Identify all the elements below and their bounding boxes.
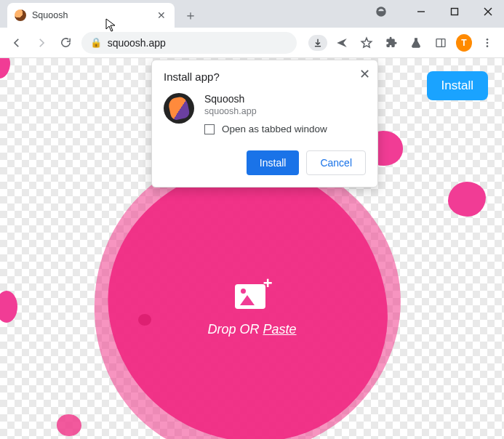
- svg-point-8: [487, 41, 489, 44]
- dialog-title: Install app?: [164, 71, 366, 83]
- drop-zone-label: Drop OR Paste: [207, 322, 296, 337]
- close-tab-icon[interactable]: ✕: [156, 9, 167, 21]
- decorative-blob: [0, 58, 10, 78]
- install-dialog: ✕ Install app? Squoosh squoosh.app Open …: [151, 60, 378, 188]
- new-tab-button[interactable]: ＋: [180, 5, 201, 25]
- lock-icon: 🔒: [90, 37, 102, 48]
- browser-tab[interactable]: Squoosh ✕: [7, 3, 175, 28]
- window-controls: [375, 3, 498, 20]
- checkbox-icon[interactable]: [204, 124, 215, 134]
- dialog-install-button[interactable]: Install: [247, 150, 300, 175]
- url-text: squoosh.app: [108, 37, 166, 49]
- svg-rect-5: [436, 39, 445, 47]
- bookmark-icon[interactable]: [357, 33, 376, 53]
- install-app-icon[interactable]: [308, 35, 327, 51]
- forward-button: [32, 33, 51, 53]
- dialog-close-icon[interactable]: ✕: [359, 66, 370, 82]
- svg-point-0: [376, 7, 386, 17]
- app-name: Squoosh: [204, 93, 327, 105]
- reload-button[interactable]: [57, 33, 76, 53]
- send-icon[interactable]: [333, 33, 352, 53]
- app-icon: [164, 93, 194, 124]
- page-content: Install + Drop OR Paste ✕ Install app? S…: [0, 58, 504, 439]
- add-image-icon: +: [235, 280, 270, 309]
- paste-link[interactable]: Paste: [263, 322, 297, 337]
- back-button[interactable]: [7, 33, 26, 53]
- close-window-button[interactable]: [478, 3, 498, 20]
- dialog-cancel-button[interactable]: Cancel: [306, 150, 366, 175]
- incognito-icon: [375, 5, 388, 18]
- page-install-button[interactable]: Install: [427, 71, 488, 100]
- minimize-button[interactable]: [411, 3, 431, 20]
- browser-toolbar: 🔒 squoosh.app T: [0, 28, 504, 58]
- svg-point-7: [487, 39, 489, 41]
- tab-title: Squoosh: [32, 10, 150, 20]
- labs-icon[interactable]: [407, 33, 425, 53]
- tabbed-window-option[interactable]: Open as tabbed window: [204, 124, 327, 134]
- app-origin: squoosh.app: [204, 106, 327, 116]
- drop-zone[interactable]: + Drop OR Paste: [0, 280, 504, 337]
- decorative-blob: [57, 414, 81, 436]
- maximize-button[interactable]: [444, 3, 465, 20]
- menu-button[interactable]: [478, 33, 497, 53]
- address-bar[interactable]: 🔒 squoosh.app: [81, 32, 297, 54]
- tab-favicon: [15, 9, 26, 21]
- svg-point-9: [487, 45, 489, 47]
- sidepanel-icon[interactable]: [431, 33, 450, 53]
- checkbox-label: Open as tabbed window: [222, 124, 327, 134]
- svg-rect-2: [452, 9, 458, 15]
- window-titlebar: Squoosh ✕ ＋: [0, 0, 504, 28]
- profile-avatar[interactable]: T: [456, 34, 472, 52]
- decorative-blob: [448, 182, 486, 217]
- extensions-icon[interactable]: [382, 33, 401, 53]
